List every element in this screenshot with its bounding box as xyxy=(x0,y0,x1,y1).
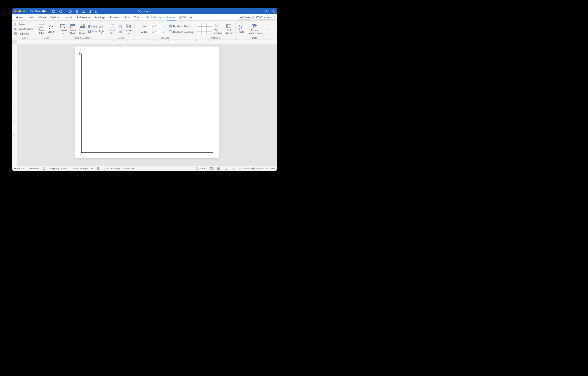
statusbar: Page 1 of 1 0 words English (Canada) Tra… xyxy=(12,166,277,171)
draw-table-button[interactable]: Draw Table xyxy=(38,23,46,35)
status-track-changes[interactable]: Track Changes: Off xyxy=(72,167,93,170)
align-bl[interactable] xyxy=(197,31,202,35)
align-ml[interactable] xyxy=(197,27,202,31)
window-controls xyxy=(14,10,25,12)
tab-review[interactable]: Review xyxy=(107,14,121,20)
repeat-header-rows-button[interactable]: Repeat Header Rows xyxy=(247,23,262,35)
doc-icon[interactable] xyxy=(88,10,92,13)
view-print-layout[interactable] xyxy=(209,167,214,170)
tab-view[interactable]: View xyxy=(121,14,132,20)
view-outline[interactable] xyxy=(224,167,229,170)
align-tr[interactable] xyxy=(206,23,211,27)
width-down[interactable]: ▼ xyxy=(163,32,164,33)
svg-rect-34 xyxy=(228,25,230,27)
tab-draw[interactable]: Draw xyxy=(37,14,48,20)
vertical-ruler[interactable]: 1 2 3 4 5 6 xyxy=(12,44,17,166)
search-icon[interactable] xyxy=(264,10,268,13)
align-tl[interactable] xyxy=(197,23,202,27)
home-icon[interactable] xyxy=(82,10,85,13)
focus-button[interactable]: Focus xyxy=(196,167,206,170)
tab-mailings[interactable]: Mailings xyxy=(93,14,108,20)
split-cells-button[interactable] xyxy=(118,25,123,29)
tab-references[interactable]: References xyxy=(74,14,93,20)
autofit-button[interactable]: AutoFit▾ xyxy=(124,23,133,35)
table-column[interactable] xyxy=(147,54,180,153)
view-gridlines-button[interactable]: View Gridlines xyxy=(14,27,34,31)
properties-button[interactable]: Properties xyxy=(14,32,34,36)
comments-button[interactable]: Comments xyxy=(254,15,274,20)
spellcheck-icon[interactable] xyxy=(43,167,46,170)
autosave-toggle[interactable]: AutoSave OFF xyxy=(30,10,49,13)
table-column[interactable] xyxy=(114,54,147,153)
table-column[interactable] xyxy=(180,54,213,153)
svg-rect-20 xyxy=(80,27,85,28)
horizontal-ruler[interactable]: 1 2 3 4 5 6 7 8 9 xyxy=(17,40,277,44)
zoom-in-button[interactable]: + xyxy=(266,167,268,170)
eraser-button[interactable]: Eraser xyxy=(47,24,55,34)
tab-table-layout[interactable]: Layout xyxy=(165,14,178,20)
status-page[interactable]: Page 1 of 1 xyxy=(14,167,27,170)
tab-home[interactable]: Home xyxy=(13,14,26,20)
status-accessibility[interactable]: Accessibility: Good to go xyxy=(104,167,134,170)
view-draft[interactable] xyxy=(231,167,237,170)
align-tc[interactable] xyxy=(202,23,206,27)
ribbon-group-merge: Merge Cells AutoFit▾ Merge xyxy=(107,21,135,40)
print-icon[interactable] xyxy=(75,10,79,13)
view-web-layout[interactable] xyxy=(216,167,221,170)
align-mc[interactable] xyxy=(202,27,206,31)
zoom-slider[interactable] xyxy=(243,168,263,169)
ribbon-group-data: AZSort Repeat Header Rows fx Data xyxy=(236,21,273,40)
align-bc[interactable] xyxy=(202,31,206,35)
select-button[interactable]: Select▾ xyxy=(14,22,34,26)
undo-dropdown-icon[interactable]: ▾ xyxy=(65,10,66,12)
width-input[interactable]: 2.5"▲▼ xyxy=(151,30,165,34)
tab-zotero[interactable]: Zotero xyxy=(132,14,145,20)
canvas[interactable]: ✥ xyxy=(17,44,277,166)
svg-rect-24 xyxy=(90,30,91,33)
tab-insert[interactable]: Insert xyxy=(26,14,37,20)
distribute-rows-button[interactable]: Distribute Rows xyxy=(168,24,193,28)
cell-margins-button[interactable]: Cell Margins xyxy=(224,23,234,35)
doc2-icon[interactable] xyxy=(94,10,98,13)
align-mr[interactable] xyxy=(206,27,211,31)
autosave-switch[interactable]: OFF xyxy=(42,10,49,13)
account-icon[interactable] xyxy=(272,10,275,13)
macro-icon[interactable] xyxy=(97,167,100,170)
insert-above-button[interactable]: Insert Above xyxy=(69,23,77,35)
svg-rect-38 xyxy=(252,24,255,25)
height-input[interactable]: 7.5"▲▼ xyxy=(151,24,165,28)
zoom-out-button[interactable]: − xyxy=(239,167,241,170)
undo-icon[interactable] xyxy=(59,10,62,13)
status-words[interactable]: 0 words xyxy=(31,167,39,170)
more-icon[interactable]: ⋯ xyxy=(101,10,104,13)
maximize-window-button[interactable] xyxy=(23,10,25,12)
zoom-level[interactable]: 88% xyxy=(270,167,275,170)
split-table-button[interactable] xyxy=(118,29,123,33)
ribbon-group-table: Select▾ View Gridlines Properties Table xyxy=(12,21,36,40)
tab-design[interactable]: Design xyxy=(48,14,61,20)
distribute-columns-button[interactable]: Distribute Columns xyxy=(168,30,193,34)
text-direction-button[interactable]: AText Direction xyxy=(212,23,223,35)
tab-layout[interactable]: Layout xyxy=(61,14,74,20)
app-window: AutoSave OFF ▾ ⋯ Document1 Home Insert D… xyxy=(12,8,277,171)
insert-below-button[interactable]: Insert Below xyxy=(78,23,86,35)
sort-button[interactable]: AZSort xyxy=(237,24,245,34)
align-br[interactable] xyxy=(206,31,211,35)
close-window-button[interactable] xyxy=(14,10,17,12)
insert-left-button[interactable]: Insert Left xyxy=(88,25,105,29)
share-button[interactable]: Share xyxy=(238,15,252,20)
svg-text:Z: Z xyxy=(239,28,240,30)
delete-button[interactable]: Delete▾ xyxy=(59,23,68,35)
minimize-window-button[interactable] xyxy=(18,10,21,12)
svg-rect-46 xyxy=(210,167,212,170)
height-down[interactable]: ▼ xyxy=(163,26,164,27)
page[interactable]: ✥ xyxy=(75,46,219,158)
save-icon[interactable] xyxy=(52,10,55,13)
status-language[interactable]: English (Canada) xyxy=(49,167,68,170)
tab-table-design[interactable]: Table Design xyxy=(144,14,165,20)
insert-right-button[interactable]: Insert Right xyxy=(88,29,105,33)
table-column[interactable] xyxy=(82,54,115,153)
tell-me-button[interactable]: Tell me xyxy=(179,16,192,19)
document-table[interactable] xyxy=(81,54,213,153)
redo-icon[interactable] xyxy=(69,10,73,13)
